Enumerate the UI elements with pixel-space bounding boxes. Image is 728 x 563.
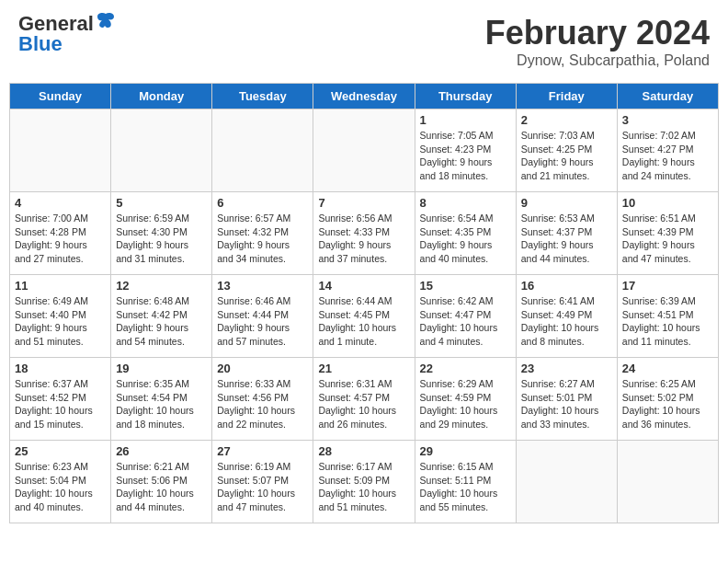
title-section: February 2024 Dynow, Subcarpathia, Polan…: [485, 14, 710, 69]
day-number: 28: [318, 444, 409, 458]
calendar-cell: 11Sunrise: 6:49 AMSunset: 4:40 PMDayligh…: [10, 275, 111, 358]
day-info: Sunrise: 6:57 AMSunset: 4:32 PMDaylight:…: [217, 212, 308, 266]
calendar-cell: [10, 109, 111, 192]
calendar-week-row: 4Sunrise: 7:00 AMSunset: 4:28 PMDaylight…: [10, 192, 719, 275]
subtitle: Dynow, Subcarpathia, Poland: [485, 52, 710, 69]
calendar-week-row: 11Sunrise: 6:49 AMSunset: 4:40 PMDayligh…: [10, 275, 719, 358]
day-info: Sunrise: 6:56 AMSunset: 4:33 PMDaylight:…: [318, 212, 409, 266]
calendar-cell: 12Sunrise: 6:48 AMSunset: 4:42 PMDayligh…: [111, 275, 212, 358]
calendar-cell: [516, 441, 617, 523]
day-number: 7: [318, 196, 409, 210]
day-info: Sunrise: 6:51 AMSunset: 4:39 PMDaylight:…: [622, 212, 713, 266]
day-info: Sunrise: 6:53 AMSunset: 4:37 PMDaylight:…: [521, 212, 612, 266]
day-info: Sunrise: 6:25 AMSunset: 5:02 PMDaylight:…: [622, 377, 713, 431]
day-number: 19: [116, 362, 207, 375]
day-of-week-header: Friday: [516, 84, 617, 109]
calendar-cell: [111, 109, 212, 192]
calendar-week-row: 1Sunrise: 7:05 AMSunset: 4:23 PMDaylight…: [10, 109, 719, 192]
calendar-cell: 22Sunrise: 6:29 AMSunset: 4:59 PMDayligh…: [415, 358, 516, 441]
day-info: Sunrise: 6:27 AMSunset: 5:01 PMDaylight:…: [521, 377, 612, 431]
calendar-cell: 9Sunrise: 6:53 AMSunset: 4:37 PMDaylight…: [516, 192, 617, 275]
calendar-cell: 14Sunrise: 6:44 AMSunset: 4:45 PMDayligh…: [313, 275, 415, 358]
day-of-week-header: Wednesday: [313, 84, 415, 109]
calendar-cell: 21Sunrise: 6:31 AMSunset: 4:57 PMDayligh…: [313, 358, 415, 441]
day-number: 18: [15, 362, 106, 375]
calendar-cell: 13Sunrise: 6:46 AMSunset: 4:44 PMDayligh…: [212, 275, 313, 358]
calendar-cell: 16Sunrise: 6:41 AMSunset: 4:49 PMDayligh…: [516, 275, 617, 358]
day-info: Sunrise: 7:03 AMSunset: 4:25 PMDaylight:…: [521, 129, 612, 183]
day-number: 22: [420, 362, 511, 375]
calendar-cell: 2Sunrise: 7:03 AMSunset: 4:25 PMDaylight…: [516, 109, 617, 192]
day-info: Sunrise: 6:39 AMSunset: 4:51 PMDaylight:…: [622, 294, 713, 349]
calendar-cell: 27Sunrise: 6:19 AMSunset: 5:07 PMDayligh…: [212, 441, 313, 523]
calendar-cell: 4Sunrise: 7:00 AMSunset: 4:28 PMDaylight…: [10, 192, 111, 275]
day-number: 11: [15, 279, 106, 293]
day-number: 4: [15, 196, 106, 210]
day-info: Sunrise: 7:05 AMSunset: 4:23 PMDaylight:…: [420, 129, 511, 183]
calendar-cell: [617, 441, 718, 523]
day-info: Sunrise: 7:02 AMSunset: 4:27 PMDaylight:…: [622, 129, 713, 183]
day-number: 21: [318, 362, 409, 375]
calendar-header-row: SundayMondayTuesdayWednesdayThursdayFrid…: [10, 84, 719, 109]
calendar-cell: 26Sunrise: 6:21 AMSunset: 5:06 PMDayligh…: [111, 441, 212, 523]
day-info: Sunrise: 6:15 AMSunset: 5:11 PMDaylight:…: [420, 460, 511, 514]
day-number: 2: [521, 113, 612, 127]
calendar-cell: 29Sunrise: 6:15 AMSunset: 5:11 PMDayligh…: [415, 441, 516, 523]
day-info: Sunrise: 6:42 AMSunset: 4:47 PMDaylight:…: [420, 294, 511, 349]
day-info: Sunrise: 6:35 AMSunset: 4:54 PMDaylight:…: [116, 377, 207, 431]
day-info: Sunrise: 6:41 AMSunset: 4:49 PMDaylight:…: [521, 294, 612, 349]
calendar-cell: 1Sunrise: 7:05 AMSunset: 4:23 PMDaylight…: [415, 109, 516, 192]
calendar-cell: 3Sunrise: 7:02 AMSunset: 4:27 PMDaylight…: [617, 109, 718, 192]
calendar-cell: 5Sunrise: 6:59 AMSunset: 4:30 PMDaylight…: [111, 192, 212, 275]
day-number: 13: [217, 279, 308, 293]
calendar-cell: 19Sunrise: 6:35 AMSunset: 4:54 PMDayligh…: [111, 358, 212, 441]
logo: General Blue: [18, 14, 116, 54]
day-number: 8: [420, 196, 511, 210]
day-number: 5: [116, 196, 207, 210]
day-number: 23: [521, 362, 612, 375]
day-number: 17: [622, 279, 713, 293]
day-info: Sunrise: 6:44 AMSunset: 4:45 PMDaylight:…: [318, 294, 409, 349]
calendar-cell: 17Sunrise: 6:39 AMSunset: 4:51 PMDayligh…: [617, 275, 718, 358]
day-info: Sunrise: 6:49 AMSunset: 4:40 PMDaylight:…: [15, 294, 106, 349]
logo-blue-text: Blue: [18, 34, 116, 54]
day-info: Sunrise: 6:29 AMSunset: 4:59 PMDaylight:…: [420, 377, 511, 431]
day-info: Sunrise: 7:00 AMSunset: 4:28 PMDaylight:…: [15, 212, 106, 266]
calendar-cell: 20Sunrise: 6:33 AMSunset: 4:56 PMDayligh…: [212, 358, 313, 441]
calendar-cell: 6Sunrise: 6:57 AMSunset: 4:32 PMDaylight…: [212, 192, 313, 275]
day-number: 24: [622, 362, 713, 375]
calendar-cell: 8Sunrise: 6:54 AMSunset: 4:35 PMDaylight…: [415, 192, 516, 275]
calendar-cell: 24Sunrise: 6:25 AMSunset: 5:02 PMDayligh…: [617, 358, 718, 441]
day-info: Sunrise: 6:37 AMSunset: 4:52 PMDaylight:…: [15, 377, 106, 431]
day-number: 1: [420, 113, 511, 127]
day-of-week-header: Tuesday: [212, 84, 313, 109]
calendar-cell: 25Sunrise: 6:23 AMSunset: 5:04 PMDayligh…: [10, 441, 111, 523]
day-info: Sunrise: 6:17 AMSunset: 5:09 PMDaylight:…: [318, 460, 409, 514]
calendar-week-row: 18Sunrise: 6:37 AMSunset: 4:52 PMDayligh…: [10, 358, 719, 441]
day-number: 10: [622, 196, 713, 210]
day-info: Sunrise: 6:23 AMSunset: 5:04 PMDaylight:…: [15, 460, 106, 514]
day-number: 20: [217, 362, 308, 375]
day-info: Sunrise: 6:54 AMSunset: 4:35 PMDaylight:…: [420, 212, 511, 266]
day-info: Sunrise: 6:21 AMSunset: 5:06 PMDaylight:…: [116, 460, 207, 514]
day-number: 12: [116, 279, 207, 293]
day-number: 14: [318, 279, 409, 293]
page-header: General Blue February 2024 Dynow, Subcar…: [9, 9, 719, 74]
calendar-cell: 18Sunrise: 6:37 AMSunset: 4:52 PMDayligh…: [10, 358, 111, 441]
day-number: 25: [15, 444, 106, 458]
day-info: Sunrise: 6:46 AMSunset: 4:44 PMDaylight:…: [217, 294, 308, 349]
day-number: 16: [521, 279, 612, 293]
day-number: 27: [217, 444, 308, 458]
day-info: Sunrise: 6:48 AMSunset: 4:42 PMDaylight:…: [116, 294, 207, 349]
day-number: 29: [420, 444, 511, 458]
day-info: Sunrise: 6:33 AMSunset: 4:56 PMDaylight:…: [217, 377, 308, 431]
main-title: February 2024: [485, 14, 710, 52]
day-number: 3: [622, 113, 713, 127]
calendar-cell: [212, 109, 313, 192]
calendar-week-row: 25Sunrise: 6:23 AMSunset: 5:04 PMDayligh…: [10, 441, 719, 523]
day-info: Sunrise: 6:31 AMSunset: 4:57 PMDaylight:…: [318, 377, 409, 431]
day-of-week-header: Sunday: [10, 84, 111, 109]
calendar-table: SundayMondayTuesdayWednesdayThursdayFrid…: [9, 83, 719, 523]
calendar-cell: [313, 109, 415, 192]
day-of-week-header: Monday: [111, 84, 212, 109]
